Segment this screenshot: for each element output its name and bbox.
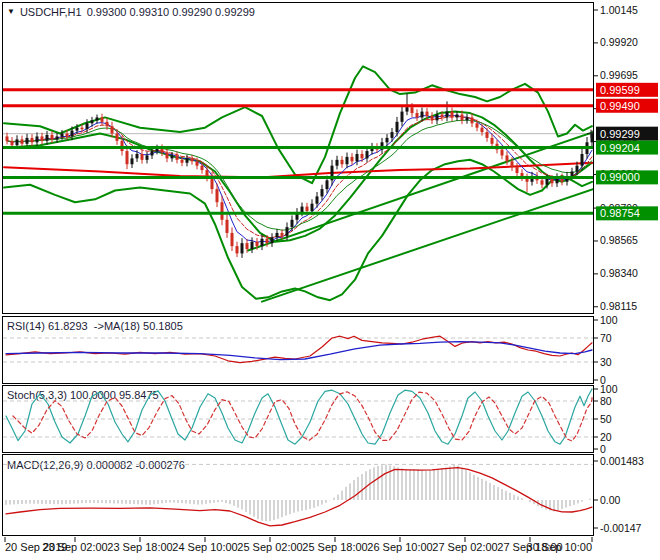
time-label: 24 Sep 10:00 [172,541,237,553]
stoch-label: Stoch(5,3,3) 100.0000 95.8475 [7,389,159,401]
time-label: 25 Sep 18:00 [302,541,367,553]
time-axis[interactable]: 20 Sep 201923 Sep 02:0023 Sep 18:0024 Se… [0,537,660,559]
time-label: 23 Sep 18:00 [107,541,172,553]
chart-window: ▼ USDCHF,H1 0.99300 0.99310 0.99290 0.99… [0,0,660,560]
price-axis[interactable] [595,2,660,536]
main-chart-panel[interactable] [2,2,594,314]
time-label: 25 Sep 02:00 [237,541,302,553]
time-label: 27 Sep 02:00 [432,541,497,553]
time-label: 26 Sep 10:00 [367,541,432,553]
rsi-label: RSI(14) 61.8293 ->MA(18) 50.1805 [7,320,183,332]
time-label: 30 Sep 10:00 [527,541,592,553]
symbol-dropdown-icon[interactable]: ▼ [7,8,15,16]
chart-title-symbol: USDCHF,H1 [20,6,82,18]
chart-title-ohlc: 0.99300 0.99310 0.99290 0.99299 [87,6,255,18]
macd-label: MACD(12,26,9) 0.000082 -0.000276 [7,459,185,471]
time-label: 23 Sep 02:00 [42,541,107,553]
title-bar: ▼ USDCHF,H1 0.99300 0.99310 0.99290 0.99… [7,6,255,18]
